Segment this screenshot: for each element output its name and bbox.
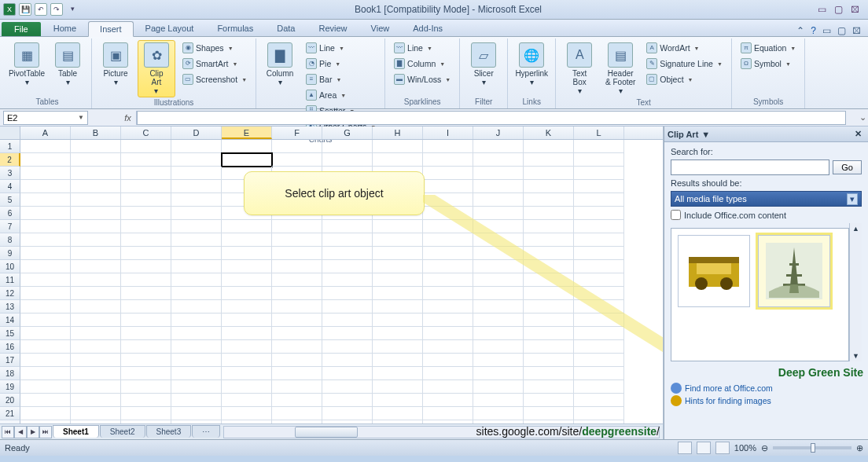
cell-E19[interactable] bbox=[222, 380, 272, 394]
cell-H1[interactable] bbox=[373, 140, 423, 153]
hyperlink-button[interactable]: 🌐Hyperlink▾ bbox=[513, 40, 550, 89]
cell-H13[interactable] bbox=[373, 300, 423, 314]
pie-button[interactable]: ◔Pie▼ bbox=[302, 56, 380, 72]
cell-J7[interactable] bbox=[473, 220, 524, 233]
row-header-10[interactable]: 10 bbox=[0, 260, 20, 273]
cell-D20[interactable] bbox=[171, 394, 222, 407]
cell-A6[interactable] bbox=[20, 207, 71, 220]
cell-J10[interactable] bbox=[473, 260, 524, 273]
cell-D1[interactable] bbox=[171, 140, 222, 153]
cell-B5[interactable] bbox=[71, 193, 121, 207]
pivottable-button[interactable]: ▦PivotTable▾ bbox=[8, 40, 46, 89]
cell-K22[interactable] bbox=[524, 420, 574, 424]
cell-B2[interactable] bbox=[71, 153, 121, 167]
cell-I9[interactable] bbox=[423, 247, 473, 260]
zoom-thumb[interactable] bbox=[811, 443, 815, 453]
workbook-restore[interactable]: ▢ bbox=[837, 25, 846, 36]
cell-C21[interactable] bbox=[121, 407, 171, 420]
cell-H9[interactable] bbox=[373, 247, 423, 260]
clip-art-button[interactable]: ✿ClipArt▾ bbox=[138, 40, 175, 97]
sheet-nav-first[interactable]: ⏮ bbox=[2, 426, 14, 438]
cell-A15[interactable] bbox=[20, 327, 71, 340]
cell-G17[interactable] bbox=[322, 354, 373, 367]
cell-J11[interactable] bbox=[473, 273, 524, 287]
cell-A19[interactable] bbox=[20, 380, 71, 394]
tab-view[interactable]: View bbox=[359, 20, 402, 36]
cell-L15[interactable] bbox=[574, 327, 624, 340]
grid[interactable]: Select clip art object 12345678910111213… bbox=[0, 140, 663, 424]
symbol-button[interactable]: ΩSymbol▼ bbox=[737, 56, 800, 72]
cell-D9[interactable] bbox=[171, 247, 222, 260]
cell-J5[interactable] bbox=[473, 193, 524, 207]
view-layout-button[interactable] bbox=[697, 442, 711, 454]
cell-A11[interactable] bbox=[20, 273, 71, 287]
cell-J16[interactable] bbox=[473, 340, 524, 354]
cell-K18[interactable] bbox=[524, 367, 574, 380]
cell-J18[interactable] bbox=[473, 367, 524, 380]
cell-L1[interactable] bbox=[574, 140, 624, 153]
cell-F13[interactable] bbox=[272, 300, 322, 314]
cell-I22[interactable] bbox=[423, 420, 473, 424]
cell-J3[interactable] bbox=[473, 167, 524, 180]
cell-H21[interactable] bbox=[373, 407, 423, 420]
cell-B21[interactable] bbox=[71, 407, 121, 420]
cell-F19[interactable] bbox=[272, 380, 322, 394]
cell-G9[interactable] bbox=[322, 247, 373, 260]
name-box[interactable]: E2 ▼ bbox=[3, 111, 88, 125]
cell-B12[interactable] bbox=[71, 287, 121, 300]
cell-G7[interactable] bbox=[322, 220, 373, 233]
cell-L3[interactable] bbox=[574, 167, 624, 180]
cell-K7[interactable] bbox=[524, 220, 574, 233]
cell-A2[interactable] bbox=[20, 153, 71, 167]
cell-H20[interactable] bbox=[373, 394, 423, 407]
cell-A13[interactable] bbox=[20, 300, 71, 314]
include-office-input[interactable] bbox=[671, 210, 681, 220]
sheet-nav-prev[interactable]: ◀ bbox=[14, 426, 27, 438]
cell-C7[interactable] bbox=[121, 220, 171, 233]
cell-I7[interactable] bbox=[423, 220, 473, 233]
cell-L5[interactable] bbox=[574, 193, 624, 207]
cell-E1[interactable] bbox=[222, 140, 272, 153]
cell-F17[interactable] bbox=[272, 354, 322, 367]
cell-D18[interactable] bbox=[171, 367, 222, 380]
cell-C14[interactable] bbox=[121, 314, 171, 327]
cell-A18[interactable] bbox=[20, 367, 71, 380]
col-header-G[interactable]: G bbox=[322, 126, 373, 139]
cell-C20[interactable] bbox=[121, 394, 171, 407]
row-header-18[interactable]: 18 bbox=[0, 367, 20, 380]
cell-E14[interactable] bbox=[222, 314, 272, 327]
row-header-17[interactable]: 17 bbox=[0, 354, 20, 367]
cell-K6[interactable] bbox=[524, 207, 574, 220]
row-header-9[interactable]: 9 bbox=[0, 247, 20, 260]
cell-K8[interactable] bbox=[524, 233, 574, 247]
cell-E15[interactable] bbox=[222, 327, 272, 340]
cell-L8[interactable] bbox=[574, 233, 624, 247]
cell-C10[interactable] bbox=[121, 260, 171, 273]
cell-D19[interactable] bbox=[171, 380, 222, 394]
cell-A1[interactable] bbox=[20, 140, 71, 153]
cell-L19[interactable] bbox=[574, 380, 624, 394]
sheet-nav-next[interactable]: ▶ bbox=[27, 426, 39, 438]
cell-A5[interactable] bbox=[20, 193, 71, 207]
cell-I10[interactable] bbox=[423, 260, 473, 273]
view-normal-button[interactable] bbox=[678, 442, 692, 454]
select-all-corner[interactable] bbox=[0, 126, 20, 139]
cell-D16[interactable] bbox=[171, 340, 222, 354]
cell-F20[interactable] bbox=[272, 394, 322, 407]
cell-K11[interactable] bbox=[524, 273, 574, 287]
cell-I11[interactable] bbox=[423, 273, 473, 287]
slicer-button[interactable]: ▱Slicer▾ bbox=[465, 40, 502, 89]
cell-D8[interactable] bbox=[171, 233, 222, 247]
close-button[interactable]: ⛝ bbox=[851, 4, 860, 15]
cell-C4[interactable] bbox=[121, 180, 171, 193]
find-more-link[interactable]: Find more at Office.com bbox=[671, 382, 862, 394]
workbook-close[interactable]: ⛝ bbox=[852, 25, 862, 36]
cell-C18[interactable] bbox=[121, 367, 171, 380]
row-header-15[interactable]: 15 bbox=[0, 327, 20, 340]
cell-D4[interactable] bbox=[171, 180, 222, 193]
cell-B15[interactable] bbox=[71, 327, 121, 340]
cell-B11[interactable] bbox=[71, 273, 121, 287]
cell-G18[interactable] bbox=[322, 367, 373, 380]
cell-D12[interactable] bbox=[171, 287, 222, 300]
cell-D2[interactable] bbox=[171, 153, 222, 167]
